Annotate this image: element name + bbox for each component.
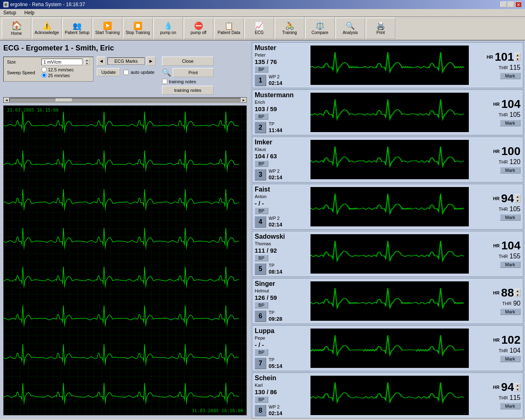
patient-bp-8: 130 / 86 bbox=[255, 388, 277, 395]
marks-next-button[interactable]: ► bbox=[146, 57, 155, 66]
patient-time-6: 09:28 bbox=[269, 316, 282, 322]
patient-time-2: 11:44 bbox=[269, 127, 282, 133]
hr-label-7: HR bbox=[493, 338, 500, 342]
mark-button-7[interactable]: Mark bbox=[500, 356, 520, 362]
patient-num-btn-1[interactable]: 1 bbox=[255, 75, 266, 86]
mark-button-1[interactable]: Mark bbox=[500, 73, 520, 79]
hr-section-4: HR 94 ▲ ▼ THR 105 Mark bbox=[471, 193, 520, 221]
patient-num-btn-5[interactable]: 5 bbox=[255, 263, 266, 275]
close-ecg-button[interactable]: Close bbox=[162, 57, 214, 66]
acknowledge-button[interactable]: ⚠️ Acknowledge bbox=[32, 18, 62, 39]
pump-off-button[interactable]: ⛔ pump off bbox=[184, 18, 213, 39]
menu-setup[interactable]: Setup bbox=[2, 10, 17, 16]
ecg-action-controls: Close 🔍 Print training notes training no… bbox=[162, 57, 214, 95]
menu-help[interactable]: Help bbox=[23, 10, 35, 16]
patient-num-btn-7[interactable]: 7 bbox=[255, 358, 266, 369]
mark-button-8[interactable]: Mark bbox=[500, 403, 520, 409]
hr-label-5: HR bbox=[493, 243, 500, 248]
patient-num-btn-2[interactable]: 2 bbox=[255, 122, 266, 133]
patient-num-btn-4[interactable]: 4 bbox=[255, 216, 266, 228]
patient-bp-7: - / - bbox=[255, 341, 264, 348]
scroll-right-button[interactable]: ► bbox=[241, 98, 247, 103]
ecg-graph-container: 31.03.2005 16:15:00 31.03.2005 16:16:00 bbox=[3, 105, 247, 415]
update-button[interactable]: Update bbox=[97, 68, 120, 76]
training-notes-button[interactable]: training notes bbox=[162, 86, 214, 95]
hr-spin-up-8[interactable]: ▲ bbox=[515, 383, 520, 387]
patient-setup-button[interactable]: 👥 Patient Setup bbox=[62, 18, 92, 39]
pump-on-button[interactable]: 💧 pump on bbox=[153, 18, 183, 39]
thr-label-3: THR bbox=[499, 160, 508, 164]
sweep-25-radio[interactable] bbox=[41, 73, 47, 78]
stop-training-button[interactable]: ⏹️ Stop Training bbox=[123, 18, 153, 39]
patient-bp-button-2[interactable]: BP bbox=[255, 113, 268, 120]
patient-num-btn-3[interactable]: 3 bbox=[255, 169, 266, 180]
ecg-timestamp-bottom: 31.03.2005 16:16:00 bbox=[192, 408, 243, 413]
patient-bp-button-8[interactable]: BP bbox=[255, 396, 268, 403]
patient-firstname-4: Anton bbox=[255, 194, 308, 199]
close-button[interactable]: ✕ bbox=[515, 2, 522, 7]
training-button[interactable]: 🚴 Training bbox=[275, 18, 304, 39]
size-down-arrow[interactable]: ▼ bbox=[84, 62, 90, 65]
analysis-button[interactable]: 🔍 Analysis bbox=[336, 18, 365, 39]
patient-bp-button-4[interactable]: BP bbox=[255, 208, 268, 214]
mark-button-3[interactable]: Mark bbox=[500, 167, 520, 173]
compare-label: Compare bbox=[311, 30, 328, 35]
hr-spin-down-8[interactable]: ▼ bbox=[515, 387, 520, 391]
patient-firstname-5: Thomas bbox=[255, 241, 308, 246]
print-search-icon[interactable]: 🔍 bbox=[162, 68, 171, 77]
hr-row-1: HR 101 bbox=[486, 51, 514, 63]
mark-button-2[interactable]: Mark bbox=[500, 120, 520, 126]
patient-bp-button-3[interactable]: BP bbox=[255, 160, 268, 167]
auto-update-row: auto update bbox=[123, 70, 154, 75]
ecg-scrollbar[interactable]: ◄ ► bbox=[3, 97, 247, 103]
mark-button-5[interactable]: Mark bbox=[500, 261, 520, 268]
hr-spin-up-6[interactable]: ▲ bbox=[515, 289, 520, 293]
thr-value-5: 155 bbox=[509, 253, 520, 260]
thr-row-4: THR 105 bbox=[499, 205, 520, 213]
patient-bp-button-6[interactable]: BP bbox=[255, 302, 268, 308]
patient-type-3: WP 2 bbox=[269, 169, 282, 173]
minimize-button[interactable]: − bbox=[500, 2, 507, 7]
patient-type-2: TP bbox=[269, 121, 282, 126]
sweep-125-radio[interactable] bbox=[41, 67, 47, 72]
training-label: Training bbox=[282, 30, 297, 35]
mark-button-4[interactable]: Mark bbox=[500, 214, 520, 221]
training-notes-checkbox[interactable] bbox=[162, 79, 167, 84]
hr-spin-1: ▲ ▼ bbox=[515, 53, 520, 61]
print-ecg-button[interactable]: Print bbox=[173, 68, 214, 77]
auto-update-checkbox[interactable] bbox=[123, 70, 129, 75]
hr-spin-up-4[interactable]: ▲ bbox=[515, 194, 520, 199]
maximize-button[interactable]: □ bbox=[508, 2, 514, 7]
patient-bp-button-1[interactable]: BP bbox=[255, 66, 268, 73]
ecg-button[interactable]: 📈 ECG bbox=[244, 18, 274, 39]
patient-num-btn-8[interactable]: 8 bbox=[255, 405, 266, 416]
hr-value-8: 94 bbox=[501, 381, 514, 393]
mark-button-6[interactable]: Mark bbox=[500, 308, 520, 315]
scroll-thumb[interactable] bbox=[56, 98, 72, 102]
patient-data-button[interactable]: 📋 Patient Data bbox=[214, 18, 244, 39]
hr-row-7: HR 102 bbox=[493, 334, 520, 346]
size-up-arrow[interactable]: ▲ bbox=[84, 59, 90, 62]
hr-spin-down-1[interactable]: ▼ bbox=[515, 57, 520, 61]
home-button[interactable]: 🏠 Home bbox=[2, 18, 31, 39]
print-button[interactable]: 🖨️ Print bbox=[366, 18, 395, 39]
marks-prev-button[interactable]: ◄ bbox=[97, 57, 106, 66]
patient-lastname-8: Schein bbox=[255, 374, 308, 382]
hr-spin-8: ▲ ▼ bbox=[515, 383, 520, 391]
patient-lastname-5: Sadowski bbox=[255, 233, 308, 240]
patient-bp-button-5[interactable]: BP bbox=[255, 255, 268, 261]
patient-num-btn-6[interactable]: 6 bbox=[255, 310, 266, 322]
patient-lastname-7: Luppa bbox=[255, 327, 308, 335]
start-training-button[interactable]: ▶️ Start Training bbox=[93, 18, 122, 39]
scroll-track[interactable] bbox=[9, 98, 241, 102]
patient-bp-2: 103 / 59 bbox=[255, 105, 277, 112]
hr-label-8: HR bbox=[493, 385, 500, 390]
hr-spin-down-4[interactable]: ▼ bbox=[515, 199, 520, 203]
size-input[interactable] bbox=[41, 59, 82, 65]
hr-spin-down-6[interactable]: ▼ bbox=[515, 293, 520, 297]
hr-spin-up-1[interactable]: ▲ bbox=[515, 53, 520, 57]
ecg-mini-canvas-3 bbox=[310, 140, 469, 179]
patient-bp-button-7[interactable]: BP bbox=[255, 349, 268, 356]
compare-button[interactable]: ⚖️ Compare bbox=[305, 18, 335, 39]
scroll-left-button[interactable]: ◄ bbox=[4, 98, 9, 103]
